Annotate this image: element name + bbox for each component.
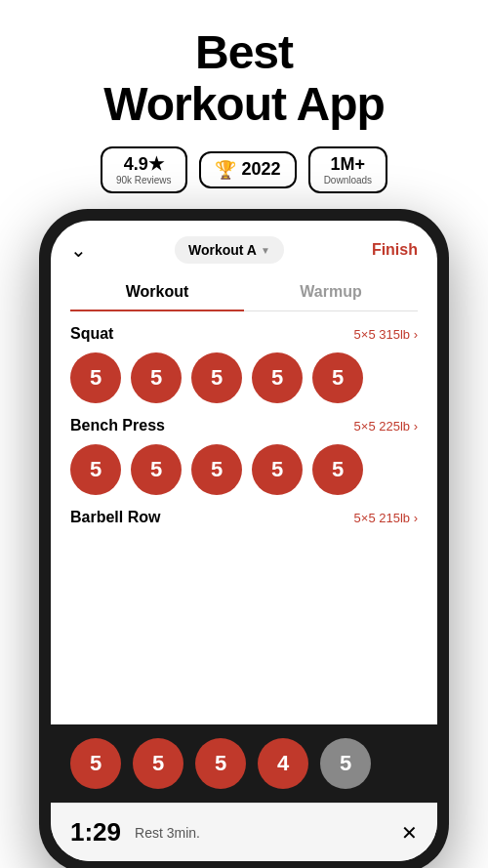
tab-workout[interactable]: Workout (70, 273, 244, 310)
bench-sets: 5 5 5 5 5 (70, 444, 418, 495)
row-header: Barbell Row 5×5 215lb › (70, 509, 418, 526)
main-title: Best Workout App (20, 27, 468, 131)
bottom-set-5[interactable]: 5 (320, 738, 371, 789)
downloads-badge: 1M+ Downloads (308, 146, 387, 194)
bench-meta[interactable]: 5×5 225lb › (354, 419, 418, 434)
bottom-sets-bar: 5 5 5 4 5 (51, 724, 437, 803)
app-header: ⌄ Workout A ▼ Finish (51, 221, 437, 273)
tab-warmup[interactable]: Warmup (244, 273, 418, 310)
squat-sets: 5 5 5 5 5 (70, 352, 418, 403)
downloads-value: 1M+ (331, 154, 366, 176)
downloads-sub: Downloads (324, 175, 372, 186)
set-circle[interactable]: 5 (70, 444, 121, 495)
badges-row: 4.9★ 90k Reviews 🏆 2022 1M+ Downloads (20, 146, 468, 194)
set-circle[interactable]: 5 (191, 444, 242, 495)
row-meta[interactable]: 5×5 215lb › (354, 511, 418, 525)
bottom-set-1[interactable]: 5 (70, 738, 121, 789)
timer-label: Rest 3min. (135, 825, 387, 841)
squat-meta[interactable]: 5×5 315lb › (354, 327, 418, 342)
bottom-set-3[interactable]: 5 (195, 738, 246, 789)
award-badge: 🏆 2022 (199, 151, 297, 188)
set-circle[interactable]: 5 (191, 352, 242, 403)
bottom-set-2[interactable]: 5 (133, 738, 183, 789)
bench-name: Bench Press (70, 417, 165, 434)
bottom-set-4[interactable]: 4 (258, 738, 308, 789)
rating-value: 4.9★ (124, 154, 164, 176)
squat-name: Squat (70, 325, 113, 343)
set-circle[interactable]: 5 (252, 352, 303, 403)
tab-bar: Workout Warmup (70, 273, 418, 311)
rest-timer: 1:29 Rest 3min. ✕ (51, 803, 437, 861)
exercise-list: Squat 5×5 315lb › 5 5 5 5 5 Bench Press … (51, 311, 437, 536)
award-value: 🏆 2022 (215, 159, 281, 181)
workout-name: Workout A (188, 242, 257, 258)
exercise-bench-press: Bench Press 5×5 225lb › 5 5 5 5 5 (70, 417, 418, 495)
set-circle[interactable]: 5 (131, 352, 182, 403)
close-icon[interactable]: ✕ (401, 821, 418, 845)
timer-time: 1:29 (70, 817, 121, 847)
phone-mockup: ⌄ Workout A ▼ Finish Workout Warmup Squa… (39, 209, 449, 868)
row-name: Barbell Row (70, 509, 160, 526)
set-circle[interactable]: 5 (312, 352, 363, 403)
trophy-icon: 🏆 (215, 159, 236, 181)
bench-header: Bench Press 5×5 225lb › (70, 417, 418, 434)
set-circle[interactable]: 5 (70, 352, 121, 403)
set-circle[interactable]: 5 (312, 444, 363, 495)
set-circle[interactable]: 5 (131, 444, 182, 495)
rating-sub: 90k Reviews (116, 175, 172, 186)
phone-screen: ⌄ Workout A ▼ Finish Workout Warmup Squa… (51, 221, 437, 861)
squat-header: Squat 5×5 315lb › (70, 325, 418, 343)
rating-badge: 4.9★ 90k Reviews (101, 146, 187, 194)
set-circle[interactable]: 5 (252, 444, 303, 495)
exercise-squat: Squat 5×5 315lb › 5 5 5 5 5 (70, 325, 418, 403)
dropdown-arrow-icon: ▼ (261, 245, 270, 256)
chevron-down-icon[interactable]: ⌄ (70, 238, 87, 262)
finish-button[interactable]: Finish (372, 241, 418, 259)
workout-selector[interactable]: Workout A ▼ (175, 236, 284, 264)
exercise-barbell-row: Barbell Row 5×5 215lb › (70, 509, 418, 526)
page-header: Best Workout App 4.9★ 90k Reviews 🏆 2022… (0, 0, 488, 209)
